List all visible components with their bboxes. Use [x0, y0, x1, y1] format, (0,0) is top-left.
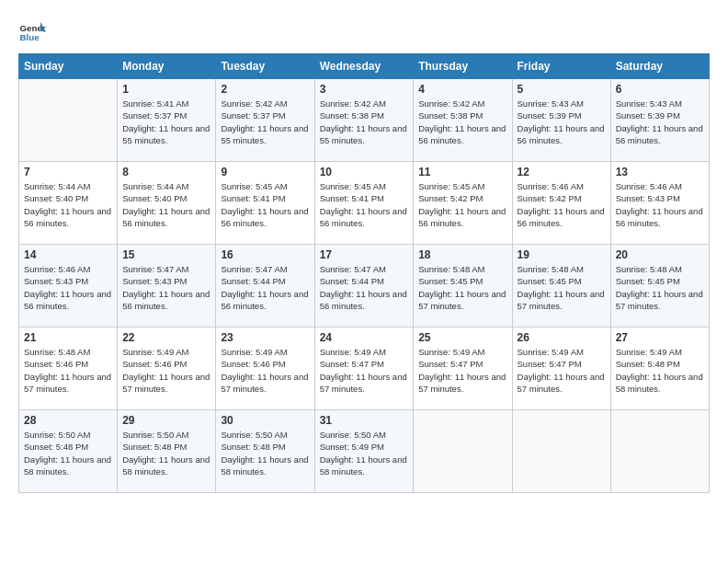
day-number: 30	[221, 414, 309, 427]
column-header-thursday: Thursday	[414, 54, 512, 79]
day-number: 8	[122, 166, 210, 178]
logo: General Blue	[18, 18, 46, 46]
week-row-1: 1Sunrise: 5:41 AMSunset: 5:37 PMDaylight…	[19, 79, 710, 162]
day-number: 3	[320, 83, 409, 96]
calendar-cell: 28Sunrise: 5:50 AMSunset: 5:48 PMDayligh…	[19, 410, 118, 493]
day-info: Sunrise: 5:47 AMSunset: 5:43 PMDaylight:…	[122, 263, 210, 312]
calendar-cell: 26Sunrise: 5:49 AMSunset: 5:47 PMDayligh…	[512, 327, 610, 410]
calendar-cell: 22Sunrise: 5:49 AMSunset: 5:46 PMDayligh…	[118, 327, 216, 410]
day-info: Sunrise: 5:50 AMSunset: 5:48 PMDaylight:…	[24, 429, 112, 477]
day-info: Sunrise: 5:43 AMSunset: 5:39 PMDaylight:…	[616, 98, 704, 146]
day-number: 4	[418, 83, 506, 96]
day-number: 25	[418, 331, 506, 344]
day-info: Sunrise: 5:41 AMSunset: 5:37 PMDaylight:…	[122, 98, 210, 146]
calendar-cell: 27Sunrise: 5:49 AMSunset: 5:48 PMDayligh…	[610, 327, 709, 410]
day-info: Sunrise: 5:45 AMSunset: 5:41 PMDaylight:…	[221, 180, 309, 229]
calendar-cell: 18Sunrise: 5:48 AMSunset: 5:45 PMDayligh…	[414, 245, 512, 327]
calendar-table: SundayMondayTuesdayWednesdayThursdayFrid…	[18, 53, 710, 493]
day-info: Sunrise: 5:50 AMSunset: 5:48 PMDaylight:…	[221, 429, 309, 477]
day-number: 20	[616, 248, 704, 261]
day-number: 21	[24, 331, 112, 344]
calendar-cell: 11Sunrise: 5:45 AMSunset: 5:42 PMDayligh…	[414, 162, 512, 245]
calendar-cell: 5Sunrise: 5:43 AMSunset: 5:39 PMDaylight…	[512, 79, 610, 162]
calendar-cell: 15Sunrise: 5:47 AMSunset: 5:43 PMDayligh…	[118, 245, 216, 327]
day-number: 31	[320, 414, 409, 427]
day-number: 6	[616, 83, 704, 96]
calendar-cell: 10Sunrise: 5:45 AMSunset: 5:41 PMDayligh…	[314, 162, 414, 245]
calendar-cell: 12Sunrise: 5:46 AMSunset: 5:42 PMDayligh…	[512, 162, 610, 245]
day-info: Sunrise: 5:47 AMSunset: 5:44 PMDaylight:…	[221, 263, 309, 312]
day-info: Sunrise: 5:45 AMSunset: 5:42 PMDaylight:…	[418, 180, 506, 229]
day-number: 12	[518, 166, 606, 178]
calendar-cell	[414, 410, 512, 493]
calendar-cell: 8Sunrise: 5:44 AMSunset: 5:40 PMDaylight…	[118, 162, 216, 245]
column-header-friday: Friday	[512, 54, 610, 79]
day-number: 27	[616, 331, 704, 344]
day-number: 11	[418, 166, 506, 178]
calendar-cell: 30Sunrise: 5:50 AMSunset: 5:48 PMDayligh…	[216, 410, 314, 493]
week-row-3: 14Sunrise: 5:46 AMSunset: 5:43 PMDayligh…	[19, 245, 710, 327]
day-number: 28	[24, 414, 112, 427]
column-header-sunday: Sunday	[19, 54, 118, 79]
week-row-2: 7Sunrise: 5:44 AMSunset: 5:40 PMDaylight…	[19, 162, 710, 245]
day-number: 2	[221, 83, 309, 96]
calendar-cell: 2Sunrise: 5:42 AMSunset: 5:37 PMDaylight…	[216, 79, 314, 162]
day-number: 10	[320, 166, 409, 178]
day-info: Sunrise: 5:49 AMSunset: 5:46 PMDaylight:…	[122, 346, 210, 395]
day-number: 16	[221, 248, 309, 261]
column-header-tuesday: Tuesday	[216, 54, 314, 79]
day-number: 14	[24, 248, 112, 261]
day-info: Sunrise: 5:46 AMSunset: 5:43 PMDaylight:…	[616, 180, 704, 229]
day-number: 13	[616, 166, 704, 178]
column-header-saturday: Saturday	[610, 54, 709, 79]
day-info: Sunrise: 5:49 AMSunset: 5:47 PMDaylight:…	[518, 346, 606, 395]
calendar-cell: 31Sunrise: 5:50 AMSunset: 5:49 PMDayligh…	[314, 410, 414, 493]
day-info: Sunrise: 5:46 AMSunset: 5:42 PMDaylight:…	[518, 180, 606, 229]
day-info: Sunrise: 5:42 AMSunset: 5:38 PMDaylight:…	[320, 98, 409, 146]
day-info: Sunrise: 5:42 AMSunset: 5:38 PMDaylight:…	[418, 98, 506, 146]
calendar-cell: 25Sunrise: 5:49 AMSunset: 5:47 PMDayligh…	[414, 327, 512, 410]
day-info: Sunrise: 5:49 AMSunset: 5:46 PMDaylight:…	[221, 346, 309, 395]
day-info: Sunrise: 5:47 AMSunset: 5:44 PMDaylight:…	[320, 263, 409, 312]
day-number: 18	[418, 248, 506, 261]
day-number: 9	[221, 166, 309, 178]
calendar-cell: 1Sunrise: 5:41 AMSunset: 5:37 PMDaylight…	[118, 79, 216, 162]
day-info: Sunrise: 5:43 AMSunset: 5:39 PMDaylight:…	[518, 98, 606, 146]
calendar-cell: 24Sunrise: 5:49 AMSunset: 5:47 PMDayligh…	[314, 327, 414, 410]
calendar-cell: 7Sunrise: 5:44 AMSunset: 5:40 PMDaylight…	[19, 162, 118, 245]
day-number: 24	[320, 331, 409, 344]
day-info: Sunrise: 5:50 AMSunset: 5:48 PMDaylight:…	[122, 429, 210, 477]
day-info: Sunrise: 5:49 AMSunset: 5:47 PMDaylight:…	[418, 346, 506, 395]
calendar-cell: 3Sunrise: 5:42 AMSunset: 5:38 PMDaylight…	[314, 79, 414, 162]
day-info: Sunrise: 5:45 AMSunset: 5:41 PMDaylight:…	[320, 180, 409, 229]
day-info: Sunrise: 5:48 AMSunset: 5:45 PMDaylight:…	[616, 263, 704, 312]
day-info: Sunrise: 5:42 AMSunset: 5:37 PMDaylight:…	[221, 98, 309, 146]
header: General Blue	[18, 18, 710, 46]
day-number: 26	[518, 331, 606, 344]
logo-icon: General Blue	[18, 18, 46, 46]
svg-text:Blue: Blue	[20, 32, 40, 42]
calendar-cell: 20Sunrise: 5:48 AMSunset: 5:45 PMDayligh…	[610, 245, 709, 327]
day-number: 19	[518, 248, 606, 261]
calendar-cell: 9Sunrise: 5:45 AMSunset: 5:41 PMDaylight…	[216, 162, 314, 245]
day-number: 22	[122, 331, 210, 344]
calendar-cell: 13Sunrise: 5:46 AMSunset: 5:43 PMDayligh…	[610, 162, 709, 245]
day-number: 5	[518, 83, 606, 96]
week-row-5: 28Sunrise: 5:50 AMSunset: 5:48 PMDayligh…	[19, 410, 710, 493]
calendar-cell: 17Sunrise: 5:47 AMSunset: 5:44 PMDayligh…	[314, 245, 414, 327]
calendar-cell: 6Sunrise: 5:43 AMSunset: 5:39 PMDaylight…	[610, 79, 709, 162]
calendar-cell	[19, 79, 118, 162]
calendar-cell: 16Sunrise: 5:47 AMSunset: 5:44 PMDayligh…	[216, 245, 314, 327]
calendar-cell: 19Sunrise: 5:48 AMSunset: 5:45 PMDayligh…	[512, 245, 610, 327]
day-info: Sunrise: 5:50 AMSunset: 5:49 PMDaylight:…	[320, 429, 409, 477]
day-info: Sunrise: 5:48 AMSunset: 5:45 PMDaylight:…	[418, 263, 506, 312]
day-info: Sunrise: 5:49 AMSunset: 5:47 PMDaylight:…	[320, 346, 409, 395]
day-info: Sunrise: 5:44 AMSunset: 5:40 PMDaylight:…	[24, 180, 112, 229]
calendar-cell: 29Sunrise: 5:50 AMSunset: 5:48 PMDayligh…	[118, 410, 216, 493]
calendar-cell: 23Sunrise: 5:49 AMSunset: 5:46 PMDayligh…	[216, 327, 314, 410]
calendar-cell: 21Sunrise: 5:48 AMSunset: 5:46 PMDayligh…	[19, 327, 118, 410]
calendar-cell: 14Sunrise: 5:46 AMSunset: 5:43 PMDayligh…	[19, 245, 118, 327]
day-info: Sunrise: 5:49 AMSunset: 5:48 PMDaylight:…	[616, 346, 704, 395]
day-info: Sunrise: 5:44 AMSunset: 5:40 PMDaylight:…	[122, 180, 210, 229]
day-number: 7	[24, 166, 112, 178]
